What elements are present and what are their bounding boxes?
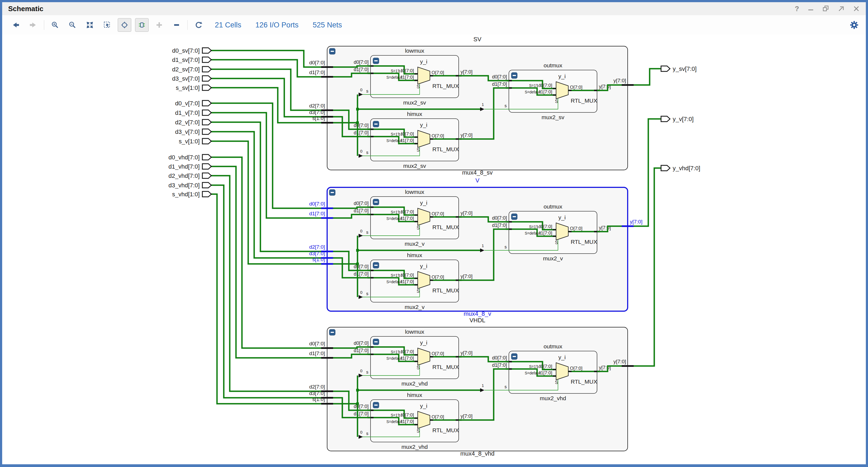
input-port-d1_sv[7:0][interactable]: d1_sv[7:0]	[172, 56, 211, 63]
cell-body-himux[interactable]	[371, 260, 459, 302]
collapse-button[interactable]	[373, 58, 379, 64]
expand-cell-button[interactable]	[135, 18, 149, 32]
input-port-d2_v[7:0][interactable]: d2_v[7:0]	[175, 119, 211, 126]
cell-body-himux[interactable]	[371, 119, 459, 161]
zoom-out-button[interactable]	[66, 18, 79, 32]
net-d3_v[7:0][interactable]	[211, 132, 327, 258]
port-symbol[interactable]	[203, 192, 211, 197]
output-port-y_vhd[7:0][interactable]: y_vhd[7:0]	[661, 165, 701, 172]
port-symbol[interactable]	[203, 48, 211, 53]
label: RTL_MUX	[432, 427, 459, 434]
port-symbol[interactable]	[203, 154, 211, 160]
label: RTL_MUX	[432, 287, 459, 294]
cell-body-lowmux[interactable]	[371, 337, 459, 379]
input-port-d1_v[7:0][interactable]: d1_v[7:0]	[175, 110, 211, 116]
port-symbol[interactable]	[203, 173, 211, 178]
close-button[interactable]	[853, 5, 860, 12]
label: y[7:0]	[614, 78, 626, 83]
label: S=default	[525, 90, 541, 94]
input-port-d3_v[7:0][interactable]: d3_v[7:0]	[175, 128, 211, 135]
collapse-button[interactable]	[373, 262, 379, 268]
input-port-d0_sv[7:0][interactable]: d0_sv[7:0]	[172, 47, 211, 54]
port-symbol[interactable]	[203, 139, 211, 144]
port-symbol[interactable]	[203, 100, 211, 106]
input-port-d2_sv[7:0][interactable]: d2_sv[7:0]	[172, 66, 211, 73]
zoom-in-button[interactable]	[48, 18, 62, 32]
net-y_v[7:0][interactable]	[628, 119, 661, 226]
label: y_i	[558, 73, 566, 80]
stat-link-0[interactable]: 21 Cells	[215, 21, 241, 29]
cell-body-himux[interactable]	[371, 400, 459, 442]
collapse-button[interactable]	[373, 339, 379, 345]
input-port-d3_vhd[7:0][interactable]: d3_vhd[7:0]	[168, 182, 211, 189]
port-symbol[interactable]	[203, 57, 211, 62]
collapse-button[interactable]	[511, 72, 517, 79]
stat-link-2[interactable]: 525 Nets	[313, 21, 342, 29]
input-port-d1_vhd[7:0][interactable]: d1_vhd[7:0]	[168, 163, 211, 170]
port-symbol[interactable]	[203, 110, 211, 115]
label: O[7:0]	[432, 70, 444, 75]
cell-body-outmux[interactable]	[509, 211, 597, 254]
net-y_sv[7:0][interactable]	[628, 69, 661, 85]
label: S=default	[386, 216, 403, 221]
collapse-button[interactable]	[373, 199, 379, 205]
help-button[interactable]: ?	[795, 5, 799, 12]
collapse-button[interactable]	[373, 402, 379, 408]
port-symbol[interactable]	[203, 119, 211, 125]
port-symbol[interactable]	[203, 164, 211, 169]
net-y_vhd[7:0][interactable]	[628, 168, 661, 366]
input-port-d2_vhd[7:0][interactable]: d2_vhd[7:0]	[168, 172, 211, 179]
cell-body-outmux[interactable]	[509, 70, 597, 112]
restore-button[interactable]	[823, 5, 830, 12]
cell-body-outmux[interactable]	[509, 351, 597, 393]
zoom-selection-button[interactable]	[100, 18, 114, 32]
label: I0[7:0]	[539, 364, 552, 369]
port-symbol[interactable]	[203, 85, 211, 90]
collapse-button[interactable]	[329, 189, 335, 196]
label: 0	[360, 229, 362, 233]
collapse-button[interactable]	[511, 353, 517, 359]
output-port-y_v[7:0][interactable]: y_v[7:0]	[661, 116, 693, 122]
module-mux4_8_sv[interactable]: SVmux4_8_svlowmuxmux2_svd0[7:0]d1[7:0]y[…	[309, 36, 633, 176]
regenerate-button[interactable]	[192, 18, 205, 32]
autofit-selection-button[interactable]	[118, 18, 131, 32]
back-button[interactable]	[9, 18, 23, 32]
input-port-d0_v[7:0][interactable]: d0_v[7:0]	[175, 100, 211, 107]
port-symbol[interactable]	[203, 66, 211, 72]
input-port-s_vhd[1:0][interactable]: s_vhd[1:0]	[172, 191, 211, 198]
port-symbol[interactable]	[661, 116, 670, 122]
port-symbol[interactable]	[203, 182, 211, 188]
cell-body-lowmux[interactable]	[371, 55, 459, 98]
port-symbol[interactable]	[203, 129, 211, 135]
port-symbol[interactable]	[661, 66, 670, 71]
cell-body-lowmux[interactable]	[371, 197, 459, 239]
module-mux4_8_v[interactable]: Vmux4_8_vlowmuxmux2_vd0[7:0]d1[7:0]y[7:0…	[309, 177, 643, 317]
port-symbol[interactable]	[203, 76, 211, 81]
float-button[interactable]	[838, 5, 845, 12]
label: s	[366, 230, 368, 235]
collapse-button[interactable]	[511, 214, 517, 220]
expand-button[interactable]	[152, 18, 166, 32]
settings-button[interactable]	[849, 20, 859, 30]
collapse-button[interactable]	[329, 329, 335, 335]
input-port-s_sv[1:0][interactable]: s_sv[1:0]	[176, 84, 211, 91]
net-d0_v[7:0][interactable]	[211, 103, 327, 208]
input-port-s_v[1:0][interactable]: s_v[1:0]	[179, 138, 211, 145]
collapse-button[interactable]	[373, 121, 379, 127]
zoom-fit-button[interactable]	[83, 18, 97, 32]
input-port-d3_sv[7:0][interactable]: d3_sv[7:0]	[172, 75, 211, 82]
net-s_vhd[1:0][interactable]	[211, 194, 327, 404]
stat-link-1[interactable]: 126 I/O Ports	[255, 21, 299, 29]
net-d1_vhd[7:0][interactable]	[211, 167, 327, 358]
collapse-button[interactable]	[329, 48, 335, 54]
input-port-d0_vhd[7:0][interactable]: d0_vhd[7:0]	[168, 154, 211, 161]
module-mux4_8_vhd[interactable]: VHDLmux4_8_vhdlowmuxmux2_vhdd0[7:0]d1[7:…	[309, 317, 633, 457]
port-symbol[interactable]	[661, 165, 670, 171]
output-port-y_sv[7:0][interactable]: y_sv[7:0]	[661, 65, 696, 72]
net-d3_vhd[7:0][interactable]	[211, 185, 327, 398]
label: y_i	[420, 403, 428, 409]
minimize-button[interactable]	[807, 5, 814, 12]
schematic-canvas[interactable]: SVmux4_8_svlowmuxmux2_svd0[7:0]d1[7:0]y[…	[0, 35, 868, 467]
forward-button[interactable]	[26, 18, 40, 32]
collapse-button[interactable]	[170, 18, 183, 32]
